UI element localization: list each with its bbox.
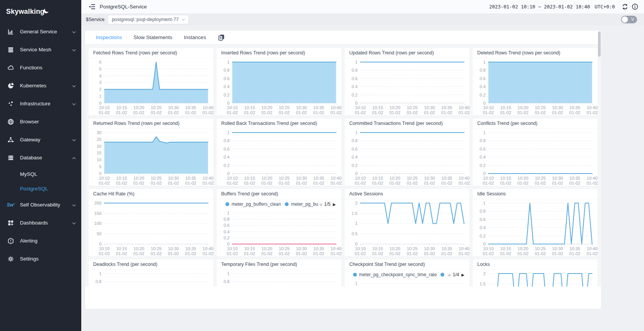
- svg-text:0.8: 0.8: [223, 280, 230, 284]
- chart-title: Conflicts Trend (per second): [473, 118, 598, 129]
- scrollbar-track[interactable]: [598, 31, 601, 308]
- svg-text:0: 0: [355, 101, 358, 105]
- svg-text:10:25: 10:25: [407, 246, 417, 251]
- sidebar-item-label: Gateway: [20, 137, 71, 143]
- scrollbar-thumb[interactable]: [598, 31, 601, 57]
- svg-text:0: 0: [355, 171, 358, 176]
- svg-text:01-02: 01-02: [586, 181, 598, 185]
- svg-text:10:40: 10:40: [587, 105, 598, 110]
- outline-toggle-icon[interactable]: [88, 3, 96, 11]
- svg-text:10:25: 10:25: [407, 176, 417, 180]
- svg-text:01-02: 01-02: [535, 251, 546, 256]
- sidebar-item-alerting[interactable]: Alerting: [0, 232, 81, 250]
- legend-prev-icon[interactable]: ◀: [447, 273, 450, 277]
- svg-text:4: 4: [99, 74, 102, 78]
- sidebar-item-functions[interactable]: Functions: [0, 59, 81, 77]
- svg-text:0.6: 0.6: [480, 217, 486, 222]
- sidebar-item-infrastructure[interactable]: Infrastructure: [0, 95, 81, 113]
- chart-card-buffers-trend-per-second: Buffers Trend (per second) meter_pg_buff…: [216, 188, 342, 257]
- view-toggle[interactable]: V: [621, 16, 637, 23]
- time-range[interactable]: 2023-01-02 10:10 ~ 2023-01-02 10:40: [489, 4, 590, 10]
- legend-item[interactable]: meter_pg_bu: [291, 202, 318, 207]
- svg-text:10:35: 10:35: [569, 105, 580, 110]
- sidebar-item-service-mesh[interactable]: Service Mesh: [0, 41, 81, 59]
- svg-text:10:40: 10:40: [203, 105, 214, 110]
- chart-title: Temporary Files Trend (per second): [217, 259, 342, 270]
- svg-text:01-02: 01-02: [227, 110, 238, 115]
- legend-item[interactable]: meter_pg_checkpoint_sync_time_rate: [359, 272, 437, 277]
- chart-cache-hit-rate: 05010015020010:1001-0210:1501-0210:2001-…: [89, 199, 214, 257]
- service-select[interactable]: postgresql::psql-deployment-77: [108, 15, 189, 24]
- svg-text:10:10: 10:10: [99, 176, 110, 180]
- svg-text:0.8: 0.8: [480, 68, 486, 73]
- svg-text:0.4: 0.4: [352, 84, 358, 89]
- svg-text:10:35: 10:35: [441, 246, 452, 251]
- sidebar-subitem-postgresql[interactable]: PostgreSQL: [0, 181, 81, 196]
- chart-deadlocks-trend-per-second: 00.20.40.60.8110:1001-0210:1501-0210:200…: [89, 270, 214, 287]
- svg-text:10:15: 10:15: [244, 105, 255, 110]
- sidebar-item-dashboards[interactable]: Dashboards: [0, 214, 81, 232]
- svg-text:2: 2: [99, 87, 102, 92]
- chart-card-fetched-rows-trend-rows-per-second: Fetched Rows Trend (rows per second) 012…: [88, 48, 214, 116]
- svg-text:10:20: 10:20: [261, 246, 272, 251]
- svg-text:10:30: 10:30: [552, 176, 563, 180]
- svg-text:10:10: 10:10: [483, 176, 494, 180]
- svg-text:01-02: 01-02: [586, 110, 598, 115]
- info-icon[interactable]: [631, 3, 639, 11]
- svg-text:10:30: 10:30: [424, 176, 435, 180]
- svg-text:01-02: 01-02: [296, 251, 307, 256]
- timezone: UTC+0:0: [595, 4, 615, 10]
- svg-text:1: 1: [99, 94, 102, 98]
- legend-next-icon[interactable]: ▶: [462, 273, 465, 277]
- tab-inspections[interactable]: Inspections: [96, 34, 122, 40]
- svg-text:10:30: 10:30: [424, 105, 435, 110]
- svg-text:01-02: 01-02: [244, 251, 255, 256]
- svg-text:10:20: 10:20: [518, 105, 528, 110]
- legend-prev-icon[interactable]: ◀: [319, 202, 322, 206]
- chart-legend: meter_pg_checkpoint_sync_time_rate◀1/4▶: [345, 270, 470, 280]
- svg-text:01-02: 01-02: [99, 110, 110, 115]
- tab-slow-statements[interactable]: Slow Statements: [133, 34, 172, 40]
- chart-locks: 00.511.5210:1001-0210:1501-0210:2001-021…: [473, 270, 598, 287]
- svg-text:10:25: 10:25: [151, 246, 161, 251]
- chevron-down-icon: [72, 83, 76, 88]
- svg-text:10:10: 10:10: [99, 246, 110, 251]
- sidebar-item-label: Alerting: [20, 238, 76, 244]
- chevron-up-icon: [72, 155, 76, 161]
- app-root: Skywalking General Service Service Mesh …: [0, 0, 644, 331]
- svg-text:01-02: 01-02: [133, 251, 145, 256]
- svg-text:0.8: 0.8: [223, 217, 230, 221]
- sidebar-item-kubernetes[interactable]: Kubernetes: [0, 77, 81, 95]
- legend-dot-icon: [285, 202, 289, 206]
- svg-text:01-02: 01-02: [355, 181, 366, 185]
- sidebar-item-browser[interactable]: Browser: [0, 113, 81, 131]
- chart-title: Locks: [473, 259, 598, 270]
- chart-card-cache-hit-rate: Cache Hit Rate (%) 05010015020010:1001-0…: [88, 188, 214, 257]
- sidebar-item-general-service[interactable]: General Service: [0, 23, 81, 41]
- svg-text:0.4: 0.4: [223, 155, 230, 159]
- legend-item[interactable]: meter_pg_buffers_clean: [232, 202, 281, 207]
- chart-card-updated-rows-trend-rows-per-second: Updated Rows Trend (rows per second) 00.…: [344, 48, 470, 116]
- svg-text:10:40: 10:40: [331, 246, 342, 251]
- svg-text:01-02: 01-02: [355, 251, 366, 256]
- legend-next-icon[interactable]: ▶: [333, 202, 336, 206]
- svg-text:10:35: 10:35: [185, 246, 196, 251]
- svg-text:3: 3: [99, 80, 102, 85]
- svg-text:0.8: 0.8: [223, 139, 230, 143]
- sidebar-item-database[interactable]: Database: [0, 149, 81, 167]
- sidebar-item-self-observability[interactable]: Sw’ Self Observability: [0, 196, 81, 214]
- svg-text:0.8: 0.8: [480, 209, 486, 214]
- svg-text:10:35: 10:35: [185, 105, 196, 110]
- svg-text:0.8: 0.8: [480, 139, 486, 143]
- svg-text:01-02: 01-02: [261, 251, 273, 256]
- tab-instances[interactable]: Instances: [184, 34, 206, 40]
- refresh-icon[interactable]: [621, 3, 629, 11]
- chart-updated-rows-trend-rows-per-second: 00.20.40.60.8110:1001-0210:1501-0210:200…: [345, 58, 470, 116]
- chart-card-committed-transactions-trend-per-second: Committed Transactions Trend (per second…: [344, 118, 470, 186]
- sidebar-item-gateway[interactable]: Gateway: [0, 131, 81, 149]
- svg-text:01-02: 01-02: [279, 251, 290, 256]
- copy-dashboard-icon[interactable]: [218, 34, 225, 41]
- sidebar-item-settings[interactable]: Settings: [0, 250, 81, 268]
- cloud-icon: [7, 64, 15, 72]
- sidebar-subitem-mysql[interactable]: MySQL: [0, 167, 81, 181]
